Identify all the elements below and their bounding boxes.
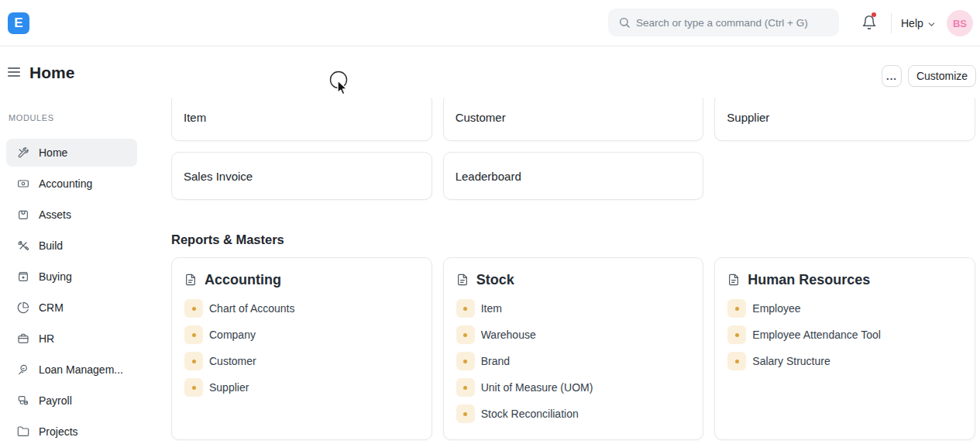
link-chart-of-accounts[interactable]: Chart of Accounts	[184, 299, 419, 318]
sidebar-item-label: Payroll	[39, 394, 72, 407]
card-link-list: Chart of Accounts Company Customer Suppl…	[184, 299, 419, 397]
shortcut-sales-invoice[interactable]: Sales Invoice	[171, 152, 432, 200]
page-title: Home	[29, 64, 74, 82]
shortcut-customer[interactable]: Customer	[443, 98, 704, 141]
card-accounting: Accounting Chart of Accounts Company Cus…	[171, 257, 432, 440]
card-header: Accounting	[184, 271, 419, 288]
sidebar-item-label: Build	[39, 239, 63, 252]
navbar-divider	[891, 13, 892, 33]
reports-masters-heading: Reports & Masters	[171, 232, 975, 247]
shortcut-row-1: Item Customer Supplier	[171, 98, 975, 141]
briefcase-icon	[17, 332, 29, 345]
card-link-list: Employee Employee Attendance Tool Salary…	[727, 299, 962, 370]
top-navbar: E Help BS	[0, 0, 980, 46]
card-title: Stock	[476, 272, 514, 288]
card-stock: Stock Item Warehouse Brand	[443, 257, 704, 440]
sidebar-item-label: Accounting	[39, 177, 92, 190]
bullet-icon	[727, 325, 746, 344]
shortcut-supplier[interactable]: Supplier	[714, 98, 975, 141]
sidebar-item-build[interactable]: Build	[6, 232, 137, 260]
bullet-icon	[456, 325, 475, 344]
search-input[interactable]	[636, 9, 830, 36]
sidebar-item-label: CRM	[39, 301, 64, 314]
sidebar-item-loan-management[interactable]: Loan Managem...	[6, 356, 137, 384]
bell-icon	[861, 15, 877, 30]
hammer-wrench-icon	[17, 239, 29, 252]
global-search[interactable]	[608, 9, 839, 36]
help-label: Help	[901, 17, 923, 29]
sidebar-item-assets[interactable]: Assets	[6, 201, 137, 229]
bullet-icon	[456, 299, 475, 318]
sidebar-item-hr[interactable]: HR	[6, 325, 137, 353]
shortcut-item[interactable]: Item	[171, 98, 432, 141]
sidebar-list: Home Accounting Assets Build Buying CRM …	[0, 139, 159, 444]
search-icon	[618, 16, 631, 29]
file-text-icon	[456, 274, 469, 286]
payroll-icon	[17, 394, 29, 407]
sidebar-item-accounting[interactable]: Accounting	[6, 170, 137, 198]
sidebar-item-home[interactable]: Home	[6, 139, 137, 167]
sidebar-item-label: Home	[39, 146, 67, 159]
erpnext-logo[interactable]: E	[8, 12, 29, 34]
link-brand[interactable]: Brand	[456, 352, 691, 370]
hand-coin-icon	[17, 363, 29, 376]
sidebar-item-crm[interactable]: CRM	[6, 294, 137, 322]
link-uom[interactable]: Unit of Measure (UOM)	[456, 378, 691, 397]
bullet-icon	[727, 299, 746, 318]
sidebar-item-label: Assets	[39, 208, 71, 221]
card-title: Human Resources	[748, 272, 870, 288]
file-text-icon	[184, 274, 197, 286]
sidebar-item-label: Loan Managem...	[39, 363, 123, 376]
bullet-icon	[456, 378, 475, 397]
link-employee[interactable]: Employee	[727, 299, 962, 318]
sidebar-item-label: HR	[39, 332, 54, 345]
empty-cell	[714, 152, 975, 200]
shortcut-row-2: Sales Invoice Leaderboard	[171, 152, 975, 200]
folder-icon	[17, 425, 29, 438]
bullet-icon	[184, 299, 203, 318]
notification-dot	[872, 12, 876, 17]
bullet-icon	[456, 352, 475, 370]
tools-icon	[17, 146, 29, 159]
notifications-button[interactable]	[861, 15, 880, 33]
sidebar-item-buying[interactable]: Buying	[6, 263, 137, 291]
link-customer[interactable]: Customer	[184, 352, 419, 370]
bag-icon	[17, 208, 29, 221]
page-head: Home ... Customize	[0, 46, 980, 98]
user-avatar[interactable]: BS	[947, 10, 973, 36]
file-text-icon	[727, 274, 740, 286]
help-menu[interactable]: Help	[901, 0, 937, 46]
link-employee-attendance-tool[interactable]: Employee Attendance Tool	[727, 325, 962, 344]
card-human-resources: Human Resources Employee Employee Attend…	[714, 257, 975, 440]
link-item[interactable]: Item	[456, 299, 691, 318]
card-header: Stock	[456, 271, 691, 288]
card-header: Human Resources	[727, 271, 962, 288]
card-title: Accounting	[205, 272, 281, 288]
link-salary-structure[interactable]: Salary Structure	[727, 352, 962, 370]
sidebar-item-label: Projects	[39, 425, 78, 438]
bullet-icon	[184, 378, 203, 397]
link-stock-reconciliation[interactable]: Stock Reconciliation	[456, 404, 691, 423]
sidebar-section-label: MODULES	[9, 113, 159, 122]
sidebar-toggle-icon[interactable]	[8, 66, 22, 78]
sidebar-item-projects[interactable]: Projects	[6, 418, 137, 444]
shortcut-leaderboard[interactable]: Leaderboard	[443, 152, 704, 200]
sidebar-item-label: Buying	[39, 270, 72, 283]
sidebar-item-payroll[interactable]: Payroll	[6, 387, 137, 415]
report-cards-row: Accounting Chart of Accounts Company Cus…	[171, 257, 975, 440]
link-warehouse[interactable]: Warehouse	[456, 325, 691, 344]
chevron-down-icon	[927, 19, 937, 29]
bullet-icon	[184, 352, 203, 370]
pie-chart-icon	[17, 301, 29, 314]
bullet-icon	[456, 404, 475, 423]
bullet-icon	[727, 352, 746, 370]
link-company[interactable]: Company	[184, 325, 419, 344]
link-supplier[interactable]: Supplier	[184, 378, 419, 397]
card-link-list: Item Warehouse Brand Unit of Measure (UO…	[456, 299, 691, 423]
money-icon	[17, 177, 29, 190]
customize-button[interactable]: Customize	[908, 65, 976, 87]
shopping-box-icon	[17, 270, 29, 283]
modules-sidebar: MODULES Home Accounting Assets Build Buy…	[0, 98, 159, 444]
more-options-button[interactable]: ...	[882, 65, 902, 87]
bullet-icon	[184, 325, 203, 344]
